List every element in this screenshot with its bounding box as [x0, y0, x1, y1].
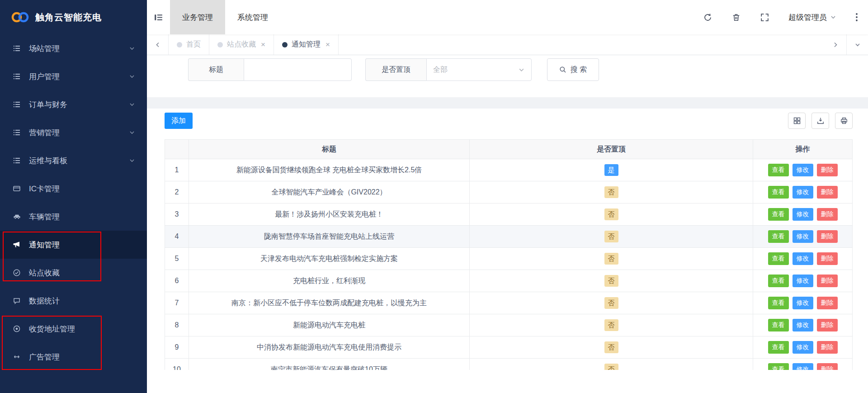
- edit-button[interactable]: 修改: [793, 252, 813, 265]
- row-index: 1: [165, 159, 189, 181]
- delete-button[interactable]: 删除: [817, 297, 838, 309]
- add-button[interactable]: 添加: [165, 113, 193, 129]
- tabs-scroll-left-icon[interactable]: [147, 34, 169, 55]
- edit-button[interactable]: 修改: [793, 230, 813, 243]
- row-title: 中消协发布新能源电动汽车充电使用消费提示: [189, 336, 470, 359]
- view-button[interactable]: 查看: [768, 297, 789, 309]
- sidebar-item-addresses[interactable]: 收货地址管理: [0, 315, 147, 343]
- column-settings-button[interactable]: [788, 113, 806, 129]
- table-row: 2全球智能汽车产业峰会（GIV2022）否查看修改删除: [165, 181, 853, 204]
- more-icon[interactable]: [855, 12, 858, 22]
- table-row: 6充电桩行业，红利渐现否查看修改删除: [165, 270, 853, 292]
- view-button[interactable]: 查看: [768, 252, 789, 265]
- edit-button[interactable]: 修改: [793, 297, 813, 309]
- tab-dot-icon: [282, 42, 288, 47]
- export-button[interactable]: [811, 113, 829, 129]
- tabs-scroll-right-icon[interactable]: [825, 34, 846, 55]
- delete-button[interactable]: 删除: [817, 208, 838, 221]
- sidebar-item-orders[interactable]: 订单与财务: [0, 90, 147, 118]
- route-tab-label: 站点收藏: [227, 40, 256, 49]
- chevron-down-icon: [129, 157, 135, 164]
- tab-dot-icon: [177, 42, 182, 47]
- close-icon[interactable]: ×: [261, 40, 265, 49]
- search-button[interactable]: 搜 索: [547, 58, 599, 81]
- collapse-sidebar-icon[interactable]: [153, 12, 164, 23]
- route-tab-notices[interactable]: 通知管理×: [274, 34, 339, 55]
- delete-button[interactable]: 删除: [817, 319, 838, 331]
- fullscreen-icon[interactable]: [760, 13, 769, 22]
- sidebar-item-stats[interactable]: 数据统计: [0, 287, 147, 315]
- header-title: 标题: [189, 140, 470, 159]
- row-title: 充电桩行业，红利渐现: [189, 270, 470, 292]
- edit-button[interactable]: 修改: [793, 341, 813, 354]
- table-row: 7南京：新小区应不低于停车位数两成配建充电桩，以慢充为主否查看修改删除: [165, 292, 853, 314]
- row-index: 10: [165, 359, 189, 370]
- row-index: 8: [165, 314, 189, 336]
- search-button-label: 搜 索: [571, 65, 587, 75]
- sidebar-item-label: 营销管理: [29, 128, 60, 138]
- edit-button[interactable]: 修改: [793, 363, 813, 370]
- view-button[interactable]: 查看: [768, 208, 789, 221]
- pinned-filter-select[interactable]: 全部: [426, 58, 532, 81]
- sidebar-item-marketing[interactable]: 营销管理: [0, 118, 147, 147]
- delete-button[interactable]: 删除: [817, 341, 838, 354]
- edit-button[interactable]: 修改: [793, 208, 813, 221]
- title-filter-input[interactable]: [244, 58, 352, 81]
- view-button[interactable]: 查看: [768, 341, 789, 354]
- table-row: 5天津发布电动汽车充电桩强制检定实施方案否查看修改删除: [165, 248, 853, 270]
- sidebar-item-stations[interactable]: 场站管理: [0, 34, 147, 62]
- check-circle-icon: [13, 269, 23, 277]
- delete-button[interactable]: 删除: [817, 230, 838, 243]
- chevron-down-icon: [129, 45, 135, 52]
- top-tab-system[interactable]: 系统管理: [225, 0, 280, 34]
- route-tab-favorites[interactable]: 站点收藏×: [209, 34, 274, 55]
- sidebar-item-vehicles[interactable]: 车辆管理: [0, 203, 147, 231]
- pinned-badge: 否: [604, 341, 618, 353]
- view-button[interactable]: 查看: [768, 319, 789, 331]
- row-actions: 查看修改删除: [753, 226, 853, 248]
- view-button[interactable]: 查看: [768, 186, 789, 199]
- chevron-down-icon: [518, 66, 525, 73]
- view-button[interactable]: 查看: [768, 230, 789, 243]
- sidebar-item-ops[interactable]: 运维与看板: [0, 147, 147, 175]
- list-icon: [13, 128, 23, 137]
- sidebar-item-favorites[interactable]: 站点收藏: [0, 259, 147, 287]
- table-row: 8新能源电动汽车充电桩否查看修改删除: [165, 314, 853, 336]
- delete-button[interactable]: 删除: [817, 363, 838, 370]
- sidebar-item-label: 数据统计: [29, 296, 60, 306]
- trash-icon[interactable]: [731, 13, 741, 22]
- tab-dot-icon: [217, 42, 223, 47]
- sidebar-item-ic-cards[interactable]: IC卡管理: [0, 175, 147, 203]
- table-card: 添加: [147, 109, 868, 393]
- edit-button[interactable]: 修改: [793, 164, 813, 176]
- row-actions: 查看修改删除: [753, 248, 853, 270]
- table-row: 1新能源设备国货继续领跑全球 充电桩全球买家数增长2.5倍是查看修改删除: [165, 159, 853, 181]
- view-button[interactable]: 查看: [768, 363, 789, 370]
- table-row: 3最新！涉及扬州小区安装充电桩！否查看修改删除: [165, 204, 853, 226]
- top-tab-business[interactable]: 业务管理: [170, 0, 225, 34]
- delete-button[interactable]: 删除: [817, 275, 838, 287]
- row-actions: 查看修改删除: [753, 204, 853, 226]
- list-icon: [13, 156, 23, 165]
- refresh-icon[interactable]: [703, 13, 712, 22]
- sidebar-item-ads[interactable]: 广告管理: [0, 343, 147, 371]
- table-row: 4陇南智慧停车场首座智能充电站上线运营否查看修改删除: [165, 226, 853, 248]
- edit-button[interactable]: 修改: [793, 319, 813, 331]
- print-button[interactable]: [835, 113, 853, 129]
- view-button[interactable]: 查看: [768, 275, 789, 287]
- route-tab-home[interactable]: 首页: [169, 34, 209, 55]
- close-icon[interactable]: ×: [326, 40, 330, 49]
- sidebar-item-users[interactable]: 用户管理: [0, 62, 147, 90]
- row-actions: 查看修改删除: [753, 181, 853, 204]
- user-menu[interactable]: 超级管理员: [788, 12, 836, 23]
- sidebar-item-label: 通知管理: [29, 240, 60, 250]
- delete-button[interactable]: 删除: [817, 164, 838, 176]
- tabs-menu-icon[interactable]: [846, 34, 868, 55]
- pinned-filter-value: 全部: [433, 65, 518, 75]
- view-button[interactable]: 查看: [768, 164, 789, 176]
- edit-button[interactable]: 修改: [793, 186, 813, 199]
- edit-button[interactable]: 修改: [793, 275, 813, 287]
- delete-button[interactable]: 删除: [817, 252, 838, 265]
- sidebar-item-notices[interactable]: 通知管理: [0, 231, 147, 259]
- delete-button[interactable]: 删除: [817, 186, 838, 199]
